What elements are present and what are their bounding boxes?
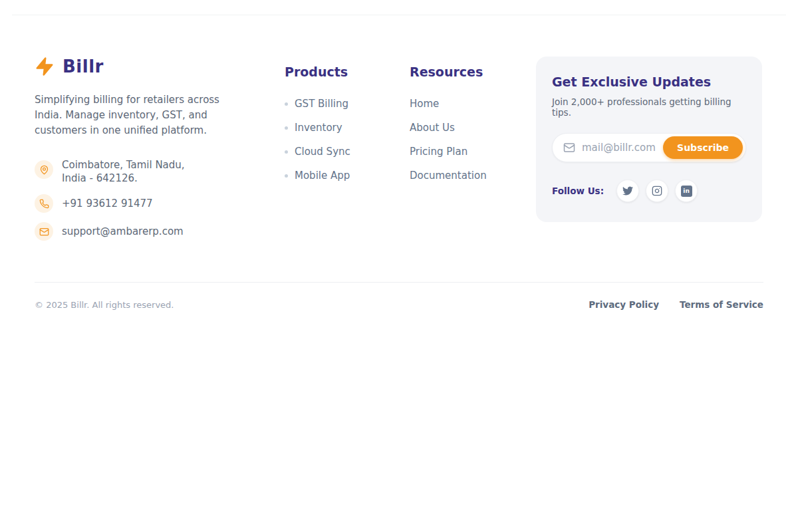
- envelope-icon: [35, 222, 53, 241]
- address-line-1: Coimbatore, Tamil Nadu,: [62, 159, 185, 171]
- resources-title: Resources: [410, 65, 509, 79]
- bullet-dot: [285, 150, 288, 154]
- copyright-text: © 2025 Billr. All rights reserved.: [35, 300, 174, 310]
- privacy-policy-link[interactable]: Privacy Policy: [589, 299, 659, 310]
- product-link-label: Mobile App: [295, 169, 350, 182]
- twitter-button[interactable]: [616, 180, 639, 202]
- product-link-label: Cloud Sync: [295, 145, 350, 158]
- instagram-button[interactable]: [646, 180, 668, 202]
- envelope-icon: [563, 142, 575, 154]
- map-pin-icon: [35, 160, 53, 179]
- contact-phone-row[interactable]: +91 93612 91477: [35, 194, 271, 213]
- brand-column: Billr Simplifying billing for retailers …: [35, 57, 271, 241]
- brand-description: Simplifying billing for retailers across…: [35, 92, 242, 138]
- product-link-mobile-app[interactable]: Mobile App: [285, 169, 390, 182]
- email-input[interactable]: [582, 142, 672, 154]
- newsletter-card: Get Exclusive Updates Join 2,000+ profes…: [536, 57, 762, 222]
- resources-column: Resources Home About Us Pricing Plan Doc…: [410, 57, 509, 182]
- follow-us-label: Follow Us:: [552, 186, 604, 196]
- instagram-icon: [652, 186, 662, 196]
- footer-bottom-bar: © 2025 Billr. All rights reserved. Priva…: [0, 299, 798, 310]
- phone-icon: [35, 194, 53, 213]
- product-link-inventory[interactable]: Inventory: [285, 121, 390, 134]
- address-text: Coimbatore, Tamil Nadu, India - 642126.: [62, 158, 185, 185]
- legal-links: Privacy Policy Terms of Service: [589, 299, 763, 310]
- brand-logo: Billr: [35, 57, 271, 76]
- phone-number[interactable]: +91 93612 91477: [62, 197, 153, 210]
- bullet-dot: [285, 126, 288, 130]
- contact-list: Coimbatore, Tamil Nadu, India - 642126. …: [35, 158, 271, 241]
- newsletter-subtitle: Join 2,000+ professionals getting billin…: [552, 96, 746, 118]
- contact-email-row[interactable]: support@ambarerp.com: [35, 222, 271, 241]
- linkedin-icon: in: [681, 186, 692, 197]
- contact-address-row: Coimbatore, Tamil Nadu, India - 642126.: [35, 158, 271, 185]
- resource-link-documentation[interactable]: Documentation: [410, 169, 509, 182]
- resources-list: Home About Us Pricing Plan Documentation: [410, 97, 509, 182]
- product-link-label: Inventory: [295, 121, 342, 134]
- linkedin-button[interactable]: in: [675, 180, 698, 202]
- subscribe-button[interactable]: Subscribe: [663, 136, 743, 159]
- email-input-container: Subscribe: [552, 133, 746, 162]
- resource-link-pricing-plan[interactable]: Pricing Plan: [410, 145, 509, 158]
- email-address[interactable]: support@ambarerp.com: [62, 225, 184, 238]
- resource-link-about-us[interactable]: About Us: [410, 121, 509, 134]
- bullet-dot: [285, 102, 288, 106]
- product-link-cloud-sync[interactable]: Cloud Sync: [285, 145, 390, 158]
- address-line-2: India - 642126.: [62, 172, 138, 184]
- resource-link-home[interactable]: Home: [410, 97, 509, 110]
- product-link-gst-billing[interactable]: GST Billing: [285, 97, 390, 110]
- brand-name: Billr: [63, 57, 104, 76]
- products-list: GST Billing Inventory Cloud Sync Mobile …: [285, 97, 390, 182]
- products-column: Products GST Billing Inventory Cloud Syn…: [285, 57, 390, 182]
- newsletter-title: Get Exclusive Updates: [552, 74, 746, 89]
- product-link-label: GST Billing: [295, 97, 348, 110]
- twitter-icon: [622, 186, 633, 196]
- bullet-dot: [285, 174, 288, 178]
- products-title: Products: [285, 65, 390, 79]
- lightning-bolt-icon: [35, 57, 55, 76]
- terms-of-service-link[interactable]: Terms of Service: [680, 299, 763, 310]
- bottom-divider: [35, 282, 763, 283]
- footer: Billr Simplifying billing for retailers …: [0, 15, 798, 241]
- social-row: Follow Us: in: [552, 180, 746, 202]
